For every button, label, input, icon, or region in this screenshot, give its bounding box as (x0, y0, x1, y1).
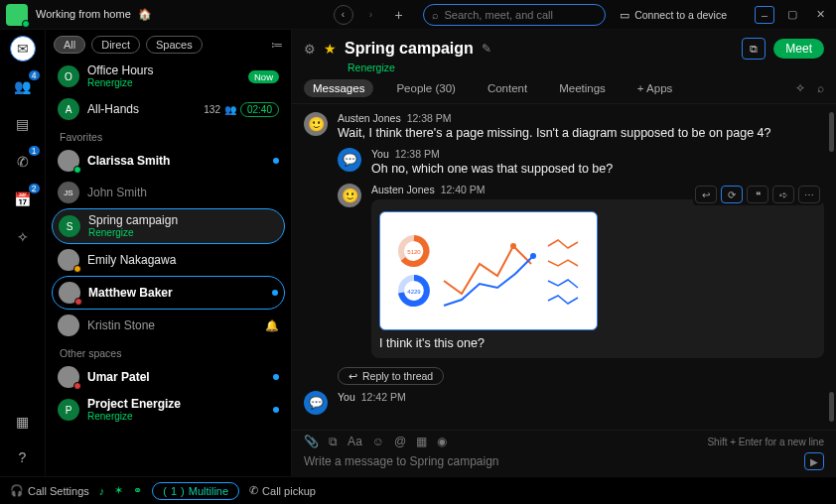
window-minimize[interactable]: – (755, 6, 774, 24)
reply-thread-button[interactable]: ↩ Reply to thread (338, 367, 444, 385)
format-icon[interactable]: Аа (348, 435, 362, 448)
history-back-button[interactable]: ‹ (334, 5, 353, 25)
message: 🙂 Austen Jones12:40 PM ↩ ⟳ ❝ ➪ ⋯ (338, 184, 824, 358)
space-org: Renergize (292, 62, 836, 73)
presence-icon[interactable]: ✶ (114, 484, 123, 497)
list-item[interactable]: Umar Patel (52, 361, 285, 393)
image-attachment[interactable]: 5120 4229 (379, 211, 598, 330)
filter-all[interactable]: All (54, 36, 85, 54)
item-sub: Renergize (87, 77, 153, 88)
react-thread-icon[interactable]: ⟳ (721, 186, 743, 203)
rail-help[interactable]: ? (10, 444, 36, 470)
list-item[interactable]: Kristin Stone 🔔 (52, 310, 285, 341)
message: 💬 You12:38 PM Oh no, which one was that … (338, 148, 824, 176)
react-forward-icon[interactable]: ➪ (772, 186, 794, 203)
list-item[interactable]: Emily Nakagawa (52, 244, 285, 276)
rail-navigation[interactable]: ✧ (10, 224, 36, 250)
rail-calling[interactable]: ✆ 1 (10, 149, 36, 175)
list-item[interactable]: Matthew Baker (52, 276, 285, 310)
window-maximize[interactable]: ▢ (782, 8, 802, 21)
timer-pill: 02:40 (240, 102, 279, 117)
tab-people[interactable]: People (30) (387, 79, 464, 97)
avatar: O (58, 65, 79, 87)
rail-apps[interactable]: ▦ (10, 409, 36, 435)
send-button[interactable]: ▶ (804, 452, 824, 470)
reply-label: Reply to thread (362, 370, 433, 382)
star-icon[interactable]: ★ (324, 41, 337, 57)
multiline-icon: ( (163, 485, 167, 497)
attach-icon[interactable]: 📎 (304, 435, 319, 448)
emoji-icon[interactable]: ☺ (372, 435, 384, 448)
now-pill: Now (248, 70, 279, 83)
reply-icon: ↩ (348, 370, 357, 382)
rail-messaging[interactable]: ✉ (10, 36, 36, 62)
svg-point-5 (530, 253, 536, 259)
gif-icon[interactable]: ▦ (416, 435, 427, 448)
presence-status[interactable]: Working from home 🏠 (36, 8, 152, 21)
sender: Austen Jones (371, 184, 435, 195)
message: 💬 You12:42 PM (304, 391, 824, 415)
badge: 4 (29, 70, 40, 80)
section-favorites: Favorites (52, 125, 285, 145)
gear-icon[interactable]: ⚙ (304, 42, 316, 57)
sender: You (338, 391, 355, 403)
rail-meetings[interactable]: 📅 2 (10, 187, 36, 212)
list-item[interactable]: Clarissa Smith (52, 145, 285, 177)
history-forward-button[interactable]: › (361, 5, 381, 25)
window-close[interactable]: ✕ (810, 8, 830, 21)
tab-messages[interactable]: Messages (304, 79, 373, 97)
tab-apps[interactable]: + Apps (628, 79, 682, 97)
filter-direct[interactable]: Direct (91, 36, 140, 54)
rail-teams[interactable]: 👥 4 (10, 73, 36, 99)
bitmoji-icon[interactable]: ◉ (437, 435, 447, 448)
react-more-icon[interactable]: ⋯ (798, 186, 820, 203)
mention-icon[interactable]: @ (394, 435, 406, 448)
connect-label: Connect to a device (634, 9, 727, 21)
react-reply-icon[interactable]: ↩ (695, 186, 717, 203)
tab-meetings[interactable]: Meetings (550, 79, 615, 97)
pencil-icon[interactable]: ✎ (482, 42, 491, 56)
self-avatar[interactable] (6, 4, 28, 26)
call-settings-button[interactable]: 🎧 Call Settings (10, 484, 89, 497)
list-item[interactable]: O Office Hours Renergize Now (52, 60, 285, 93)
quoted-block: ↩ ⟳ ❝ ➪ ⋯ 5120 (371, 199, 824, 358)
filter-spaces[interactable]: Spaces (146, 36, 203, 54)
screenshot-icon[interactable]: ⧉ (329, 435, 338, 448)
contact-card-icon: ▤ (16, 116, 29, 132)
pin-icon[interactable]: ✧ (795, 81, 805, 95)
filter-icon[interactable]: ≔ (271, 38, 283, 52)
meet-button[interactable]: Meet (773, 39, 824, 59)
list-item[interactable]: P Project Energize Renergize (52, 393, 285, 427)
expand-panel-button[interactable]: ⧉ (742, 38, 766, 60)
call-pickup-button[interactable]: ✆ Call pickup (249, 484, 316, 497)
connect-device-button[interactable]: ▭ Connect to a device (620, 9, 727, 21)
new-button[interactable]: + (389, 5, 409, 25)
composer-input[interactable] (304, 454, 804, 468)
message-text: I think it's this one? (379, 336, 816, 350)
list-item-selected[interactable]: S Spring campaign Renergize (52, 208, 285, 244)
search-input[interactable] (445, 9, 598, 21)
item-name: Kristin Stone (87, 319, 155, 332)
link-icon[interactable]: ⚭ (133, 484, 142, 497)
multiline-button[interactable]: (1) Multiline (152, 482, 239, 500)
rail-contacts[interactable]: ▤ (10, 111, 36, 137)
list-item[interactable]: A All-Hands 132 👥 02:40 (52, 93, 285, 125)
item-name: Spring campaign (88, 214, 178, 227)
avatar: A (58, 98, 79, 120)
badge: 1 (29, 146, 40, 156)
audio-icon[interactable]: ♪ (99, 485, 105, 497)
calendar-icon: 📅 (14, 191, 31, 207)
svg-text:4229: 4229 (407, 289, 421, 295)
search-icon: ⌕ (432, 9, 439, 21)
global-search[interactable]: ⌕ (423, 4, 607, 26)
call-pickup-label: Call pickup (262, 485, 316, 497)
react-quote-icon[interactable]: ❝ (747, 186, 768, 203)
tab-content[interactable]: Content (479, 79, 536, 97)
message-thread[interactable]: 🙂 Austen Jones12:38 PM Wait, I think the… (292, 104, 836, 430)
list-item[interactable]: JS John Smith (52, 177, 285, 208)
avatar: P (58, 399, 79, 421)
scrollbar[interactable] (829, 110, 834, 424)
call-settings-label: Call Settings (28, 485, 89, 497)
chart-preview: 5120 4229 (384, 216, 593, 325)
search-icon[interactable]: ⌕ (817, 81, 824, 95)
